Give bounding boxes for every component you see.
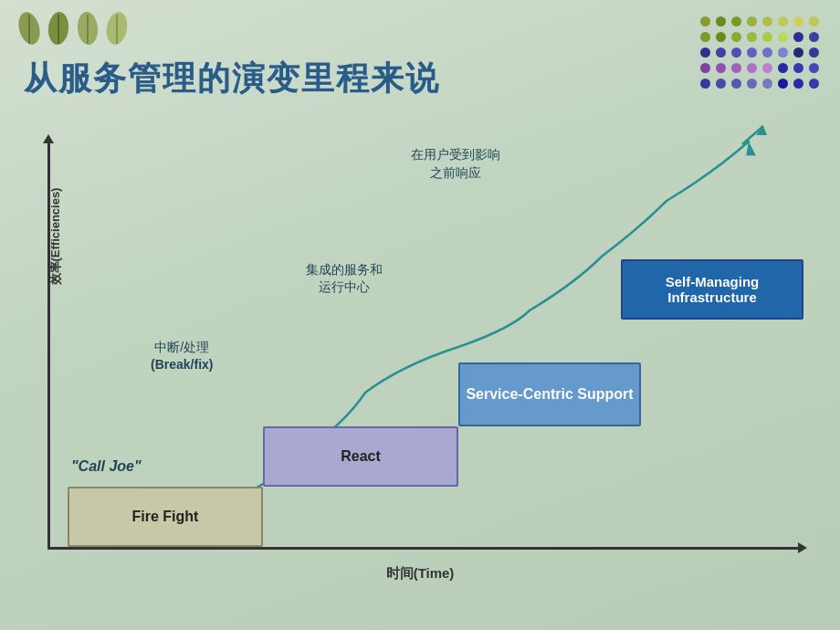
self-managing-box: Self-Managing Infrastructure [621, 259, 803, 320]
react-box: React [263, 426, 458, 487]
svg-marker-8 [740, 142, 759, 161]
y-axis-label: 效率(Efficiencies) [47, 188, 64, 286]
annotation-integrated: 集成的服务和 运行中心 [306, 261, 383, 297]
slide: 从服务管理的演变里程来说 效率(Efficiencies) 时间(Time) F… [0, 0, 840, 630]
decorative-dots [700, 16, 822, 91]
annotation-proactive: 在用户受到影响 之前响应 [411, 146, 500, 182]
x-axis-label: 时间(Time) [386, 565, 455, 583]
slide-title: 从服务管理的演变里程来说 [24, 57, 440, 101]
leaf-icon-2 [46, 9, 71, 47]
fire-fight-box: Fire Fight [68, 487, 263, 547]
annotation-break-fix: 中断/处理 (Break/fix) [151, 339, 213, 374]
svg-marker-10 [756, 126, 767, 135]
leaf-icon-4 [104, 9, 130, 47]
svg-line-9 [742, 126, 763, 144]
leaf-icon-3 [75, 9, 100, 47]
service-centric-box: Service-Centric Support [458, 362, 641, 426]
x-axis [47, 547, 800, 550]
leaf-decorations [16, 9, 130, 47]
annotation-call-joe: "Call Joe" [71, 457, 142, 477]
leaf-icon-1 [16, 9, 42, 47]
